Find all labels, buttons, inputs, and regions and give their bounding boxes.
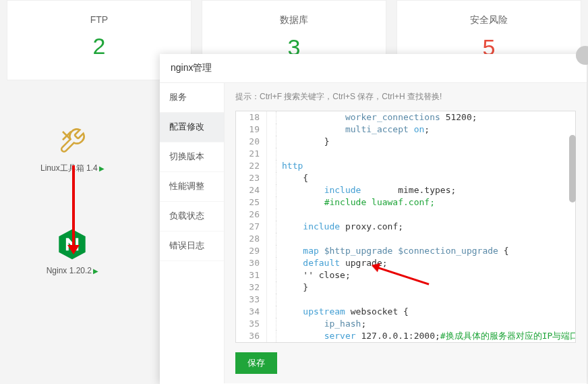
code-line[interactable]: 20 } [236,136,575,148]
hint-text: 提示：Ctrl+F 搜索关键字，Ctrl+S 保存，Ctrl+H 查找替换! [225,83,587,111]
line-content[interactable] [276,209,282,221]
line-number: 18 [236,111,267,124]
line-content[interactable]: multi_accept on; [276,124,430,136]
line-content[interactable]: upstream websocket { [276,306,409,318]
code-line[interactable]: 34 upstream websocket { [236,306,575,318]
scrollbar-thumb[interactable] [569,135,576,202]
line-number: 28 [236,233,267,245]
tab-load[interactable]: 负载状态 [160,202,224,231]
code-line[interactable]: 27 include proxy.conf; [236,221,575,233]
gutter [267,281,276,294]
code-line[interactable]: 23 { [236,172,575,184]
line-content[interactable]: include mime.types; [276,184,456,196]
gutter [267,306,276,318]
annotation-arrow-down [72,165,75,246]
line-number: 25 [236,196,267,209]
stat-label: FTP [7,14,191,25]
code-line[interactable]: 36 server 127.0.0.1:2000;#换成具体的服务器对应的IP与… [236,330,575,342]
stat-label: 数据库 [202,14,386,26]
code-line[interactable]: 32 } [236,281,575,294]
line-content[interactable]: worker_connections 51200; [276,111,477,124]
line-content[interactable]: server 127.0.0.1:2000;#换成具体的服务器对应的IP与端口 [276,330,576,342]
line-number: 29 [236,245,267,257]
line-content[interactable] [276,233,282,245]
gutter [267,111,276,124]
gutter [267,245,276,257]
gutter [267,318,276,330]
line-number: 23 [236,172,267,184]
gutter [267,160,276,172]
tools-icon [56,125,88,157]
code-line[interactable]: 24 include mime.types; [236,184,575,196]
line-number: 24 [236,184,267,196]
tab-service[interactable]: 服务 [160,83,224,113]
line-number: 30 [236,257,267,269]
gutter [267,209,276,221]
line-number: 35 [236,318,267,330]
gutter [267,257,276,269]
gutter [267,124,276,136]
save-button[interactable]: 保存 [235,352,277,374]
modal-sidebar: 服务 配置修改 切换版本 性能调整 负载状态 错误日志 [160,83,225,383]
code-line[interactable]: 19 multi_accept on; [236,124,575,136]
play-icon: ▶ [99,165,105,172]
line-content[interactable]: } [276,281,308,294]
line-number: 36 [236,330,267,342]
code-line[interactable]: 28 [236,233,575,245]
code-line[interactable]: 35 ip_hash; [236,318,575,330]
line-content[interactable]: map $http_upgrade $connection_upgrade { [276,245,509,257]
code-line[interactable]: 30 default upgrade; [236,257,575,269]
line-number: 33 [236,294,267,306]
gutter [267,233,276,245]
gutter [267,196,276,209]
line-number: 19 [236,124,267,136]
code-line[interactable]: 29 map $http_upgrade $connection_upgrade… [236,245,575,257]
code-line[interactable]: 21 [236,148,575,160]
gutter [267,136,276,148]
gutter [267,148,276,160]
tab-errlog[interactable]: 错误日志 [160,231,224,261]
gutter [267,184,276,196]
app-label: Nginx 1.20.2▶ [40,266,105,275]
line-content[interactable]: #include luawaf.conf; [276,196,435,209]
line-content[interactable]: include proxy.conf; [276,221,403,233]
gutter [267,269,276,281]
line-content[interactable]: } [276,136,329,148]
code-line[interactable]: 33 [236,294,575,306]
tab-config[interactable]: 配置修改 [160,113,224,142]
gutter [267,172,276,184]
line-number: 32 [236,281,267,294]
line-number: 34 [236,306,267,318]
line-number: 20 [236,136,267,148]
modal-title: nginx管理 [160,54,587,83]
line-number: 26 [236,209,267,221]
line-number: 31 [236,269,267,281]
gutter [267,221,276,233]
tab-version[interactable]: 切换版本 [160,142,224,172]
line-content[interactable]: ip_hash; [276,318,366,330]
line-content[interactable] [276,148,282,160]
play-icon: ▶ [93,267,98,275]
line-content[interactable]: http [276,160,303,172]
code-line[interactable]: 22http [236,160,575,172]
stat-label: 安全风险 [397,14,581,26]
nginx-modal: nginx管理 服务 配置修改 切换版本 性能调整 负载状态 错误日志 提示：C… [160,54,587,384]
code-editor[interactable]: 18 worker_connections 51200;19 multi_acc… [235,111,576,343]
modal-content: 提示：Ctrl+F 搜索关键字，Ctrl+S 保存，Ctrl+H 查找替换! 1… [225,83,587,383]
tab-performance[interactable]: 性能调整 [160,172,224,202]
gutter [267,294,276,306]
line-content[interactable]: '' close; [276,269,351,281]
gutter [267,330,276,342]
code-line[interactable]: 26 [236,209,575,221]
line-number: 22 [236,160,267,172]
line-content[interactable] [276,294,282,306]
line-content[interactable]: { [276,172,308,184]
line-number: 27 [236,221,267,233]
line-number: 21 [236,148,267,160]
code-line[interactable]: 18 worker_connections 51200; [236,111,575,124]
code-line[interactable]: 25 #include luawaf.conf; [236,196,575,209]
